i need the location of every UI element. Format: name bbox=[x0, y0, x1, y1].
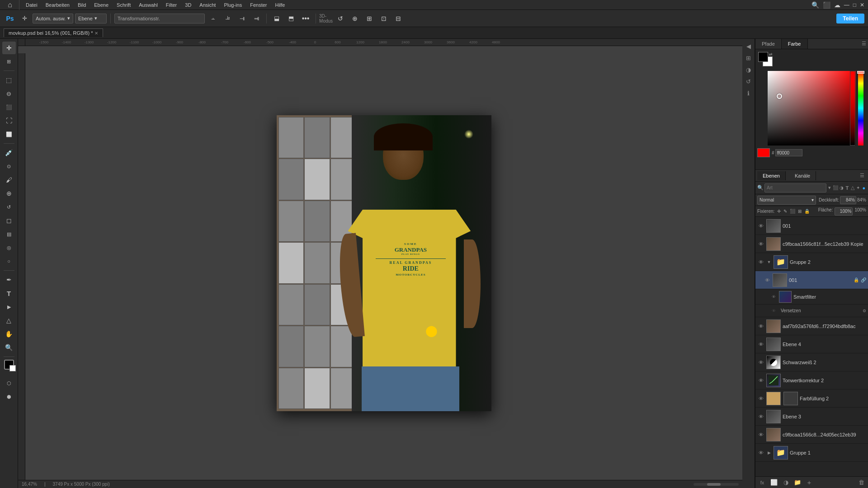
crop-tool[interactable]: ⛶ bbox=[2, 114, 16, 127]
lock-move-icon[interactable]: ✛ bbox=[777, 209, 781, 214]
hue-slider[interactable] bbox=[858, 71, 863, 145]
marquee-tool[interactable]: ⬚ bbox=[2, 74, 16, 86]
layer-item-tonwert2[interactable]: 👁 Tonwertkorrektur 2 bbox=[755, 371, 868, 389]
history-icon-btn[interactable]: ↺ bbox=[743, 76, 754, 87]
lock-art-icon[interactable]: ⊞ bbox=[798, 209, 802, 214]
layer-filter-type-btn[interactable]: ▾ bbox=[827, 183, 832, 192]
filter-pixel-btn[interactable]: ⬛ bbox=[833, 183, 838, 192]
filter-toggle-btn[interactable]: ● bbox=[862, 183, 866, 192]
screen-mode-btn[interactable]: ⬢ bbox=[2, 390, 16, 403]
close-icon[interactable]: ✕ bbox=[860, 2, 864, 8]
rotate-btn[interactable]: ↺ bbox=[334, 12, 347, 25]
layer-visibility-13[interactable]: 👁 bbox=[757, 431, 764, 438]
layer-item-c9fb[interactable]: 👁 c9fbcaa1566c8...24d05ec12eb39 bbox=[755, 426, 868, 444]
hex-input[interactable] bbox=[775, 149, 802, 156]
tab-ebenen[interactable]: Ebenen bbox=[757, 171, 786, 180]
move-tool[interactable]: ✛ bbox=[2, 42, 16, 54]
layer-item-ebene3[interactable]: 👁 Ebene 3 bbox=[755, 408, 868, 426]
layer-visibility-7[interactable]: 👁 bbox=[757, 323, 764, 330]
guides-btn[interactable]: ⊟ bbox=[392, 12, 405, 25]
align-bottom-btn[interactable]: ⫥ bbox=[250, 12, 263, 25]
filter-adj-btn[interactable]: ◑ bbox=[839, 183, 844, 192]
layers-panel-menu[interactable]: ☰ bbox=[858, 171, 866, 180]
arrange-icon[interactable]: ⬛ bbox=[823, 1, 830, 9]
search-icon[interactable]: 🔍 bbox=[811, 1, 819, 9]
create-layer-btn[interactable]: + bbox=[804, 478, 814, 487]
lock-all-icon[interactable]: 🔒 bbox=[804, 209, 810, 214]
type-tool[interactable]: T bbox=[2, 287, 16, 300]
layer-item-001-child[interactable]: 👁 001 🔒 🔗 bbox=[755, 271, 868, 289]
align-center-btn[interactable]: ⫡ bbox=[221, 12, 234, 25]
layer-visibility-9[interactable]: 👁 bbox=[757, 359, 764, 366]
filter-type-btn[interactable]: T bbox=[845, 183, 849, 192]
layer-item-sw2[interactable]: 👁 Schwarzweiß 2 bbox=[755, 353, 868, 371]
share-button[interactable]: Teilen bbox=[836, 14, 864, 23]
menu-ansicht[interactable]: Ansicht bbox=[196, 1, 219, 9]
add-fx-btn[interactable]: fx bbox=[757, 478, 767, 487]
foreground-color-swatch[interactable] bbox=[4, 360, 14, 370]
menu-auswahl[interactable]: Auswahl bbox=[135, 1, 161, 9]
current-color-display[interactable] bbox=[757, 148, 770, 157]
filter-smart-btn[interactable]: ✦ bbox=[856, 183, 860, 192]
auto-select-dropdown[interactable]: Autom. ausw. ▾ bbox=[33, 14, 73, 23]
delete-layer-btn[interactable]: 🗑 bbox=[856, 478, 866, 487]
fill-input[interactable] bbox=[835, 207, 853, 216]
transformation-input[interactable]: Transformationsstr. bbox=[114, 14, 205, 23]
layer-visibility-1[interactable]: 👁 bbox=[757, 222, 764, 230]
align-right-btn[interactable]: ⫣ bbox=[236, 12, 248, 25]
maximize-icon[interactable]: □ bbox=[853, 2, 856, 8]
tab-kanale[interactable]: Kanäle bbox=[789, 171, 816, 180]
menu-fenster[interactable]: Fenster bbox=[246, 1, 270, 9]
history-brush-tool[interactable]: ↺ bbox=[2, 201, 16, 213]
blur-tool[interactable]: ◎ bbox=[2, 241, 16, 254]
adjustments-icon-btn[interactable]: ◑ bbox=[743, 64, 754, 75]
object-select-tool[interactable]: ⬛ bbox=[2, 101, 16, 113]
layer-visibility-12[interactable]: 👁 bbox=[757, 413, 764, 420]
layers-search-input[interactable] bbox=[764, 183, 826, 192]
path-select-tool[interactable]: ▶ bbox=[2, 300, 16, 313]
hand-tool[interactable]: ✋ bbox=[2, 328, 16, 340]
menu-hilfe[interactable]: Hilfe bbox=[271, 1, 288, 9]
layer-item-ebene4[interactable]: 👁 Ebene 4 bbox=[755, 335, 868, 353]
gradient-tool[interactable]: ▤ bbox=[2, 228, 16, 240]
document-tab[interactable]: movkup.psd bei 16,5% (001, RGB/8) * ✕ bbox=[4, 28, 103, 37]
swap-colors-btn[interactable]: ⇄ bbox=[769, 52, 773, 56]
move-tool-btn[interactable]: ✛ bbox=[18, 12, 31, 25]
color-spectrum-area[interactable] bbox=[768, 71, 856, 145]
eraser-tool[interactable]: ◻ bbox=[2, 214, 16, 227]
layer-settings-6[interactable]: ⚙ bbox=[863, 309, 866, 313]
foreground-swatch[interactable] bbox=[758, 52, 768, 62]
layer-visibility-4[interactable]: 👁 bbox=[764, 277, 771, 284]
more-options-btn[interactable]: ••• bbox=[299, 12, 312, 25]
menu-bearbeiten[interactable]: Bearbeiten bbox=[42, 1, 73, 9]
add-adjustment-btn[interactable]: ◑ bbox=[781, 478, 791, 487]
menu-schrift[interactable]: Schrift bbox=[113, 1, 134, 9]
cloud-icon[interactable]: ☁ bbox=[834, 1, 840, 9]
layer-expand-14[interactable]: ▶ bbox=[766, 450, 772, 455]
layer-visibility-14[interactable]: 👁 bbox=[757, 449, 764, 456]
layer-item-aaf7b[interactable]: 👁 aaf7b92a576fd6...f72904bdfb8ac bbox=[755, 317, 868, 335]
opacity-input[interactable] bbox=[840, 196, 856, 204]
grid-btn[interactable]: ⊞ bbox=[363, 12, 376, 25]
minimize-icon[interactable]: — bbox=[844, 2, 849, 8]
brush-tool[interactable]: 🖌 bbox=[2, 174, 16, 186]
layer-item-versetzen[interactable]: 👁 Versetzen ⚙ bbox=[755, 305, 868, 317]
layer-visibility-11[interactable]: 👁 bbox=[757, 395, 764, 402]
quick-mask-btn[interactable]: ⬡ bbox=[2, 377, 16, 389]
menu-plugins[interactable]: Plug-ins bbox=[220, 1, 245, 9]
layer-item-farbfullung2[interactable]: 👁 Farbfüllung 2 bbox=[755, 389, 868, 408]
panel-toggle-btn[interactable]: ◀ bbox=[743, 41, 754, 52]
lock-pixel-icon[interactable]: ⬛ bbox=[790, 209, 795, 214]
layer-expand-3[interactable]: ▼ bbox=[766, 259, 772, 265]
add-mask-btn[interactable]: ⬜ bbox=[769, 478, 779, 487]
dodge-tool[interactable]: ○ bbox=[2, 255, 16, 267]
menu-ebene[interactable]: Ebene bbox=[90, 1, 112, 9]
layer-item-smartfilter[interactable]: 👁 Smartfilter bbox=[755, 289, 868, 305]
alpha-slider[interactable] bbox=[850, 71, 855, 145]
layer-item-gruppe1[interactable]: 👁 ▶ 📁 Gruppe 1 bbox=[755, 444, 868, 462]
snap-btn[interactable]: ⊡ bbox=[377, 12, 390, 25]
eyedropper-tool[interactable]: 💉 bbox=[2, 146, 16, 159]
panel-menu-btn[interactable]: ☰ bbox=[860, 39, 868, 49]
layer-item-001-top[interactable]: 👁 001 bbox=[755, 217, 868, 235]
lock-draw-icon[interactable]: ✎ bbox=[783, 209, 787, 214]
